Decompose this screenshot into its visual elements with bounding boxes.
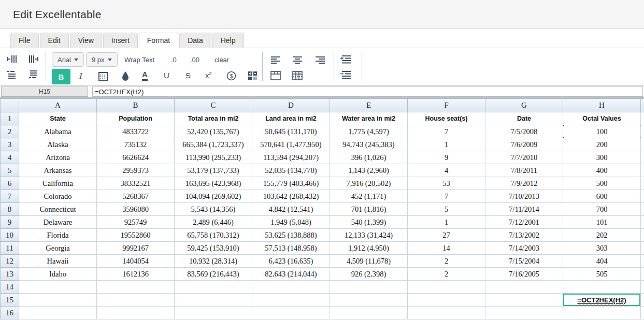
table-borders-icon[interactable] — [292, 71, 303, 80]
cell-A13[interactable]: Idaho — [19, 268, 97, 281]
select-all-corner[interactable] — [1, 99, 19, 112]
clear-format-button[interactable]: clear — [214, 56, 229, 64]
tab-data[interactable]: Data — [179, 33, 211, 49]
cell-F1[interactable]: House seat(s) — [408, 112, 485, 125]
cell-B15[interactable] — [97, 294, 175, 307]
cell-E13[interactable]: 926 (2,398) — [330, 268, 408, 281]
cell-B16[interactable] — [97, 307, 175, 319]
cell-C10[interactable]: 65,758 (170,312) — [175, 229, 252, 242]
cell-G6[interactable]: 7/9/2012 — [485, 177, 563, 190]
cell-C11[interactable]: 59,425 (153,910) — [175, 242, 252, 255]
cell-A11[interactable]: Georgia — [19, 242, 97, 255]
cell-H16[interactable] — [563, 307, 641, 319]
cell-F6[interactable]: 53 — [408, 177, 485, 190]
italic-button[interactable]: I — [79, 71, 82, 81]
cell-C6[interactable]: 163,695 (423,968) — [175, 177, 252, 190]
increase-indent-icon[interactable] — [340, 55, 352, 64]
cell-F7[interactable]: 7 — [408, 190, 485, 203]
row-header-5[interactable]: 5 — [1, 164, 19, 177]
merge-cells-icon[interactable] — [248, 71, 257, 81]
cell-E15[interactable] — [330, 294, 408, 307]
font-size-dropdown[interactable]: 9 px — [86, 52, 118, 67]
cell-E8[interactable]: 701 (1,816) — [330, 203, 408, 216]
column-header-H[interactable]: H — [563, 99, 641, 112]
cell-G8[interactable]: 7/11/2014 — [485, 203, 563, 216]
row-header-10[interactable]: 10 — [1, 229, 19, 242]
cell-A9[interactable]: Delaware — [19, 216, 97, 229]
cell-F4[interactable]: 9 — [408, 151, 485, 164]
cell-partial-6[interactable] — [641, 177, 644, 190]
insert-column-right-icon[interactable] — [28, 54, 39, 64]
cell-C4[interactable]: 113,990 (295,233) — [175, 151, 252, 164]
cell-H7[interactable]: 600 — [563, 190, 641, 203]
cell-partial-13[interactable] — [641, 268, 644, 281]
cell-H10[interactable]: 202 — [563, 229, 641, 242]
cell-H5[interactable]: 400 — [563, 164, 641, 177]
cell-C16[interactable] — [175, 307, 252, 319]
cell-partial-2[interactable] — [641, 125, 644, 138]
cell-A10[interactable]: Florida — [19, 229, 97, 242]
cell-B14[interactable] — [97, 281, 175, 294]
cell-A8[interactable]: Connecticut — [19, 203, 97, 216]
align-left-icon[interactable] — [270, 56, 281, 64]
row-header-1[interactable]: 1 — [1, 112, 19, 125]
cell-B9[interactable]: 925749 — [97, 216, 175, 229]
cell-F16[interactable] — [408, 307, 485, 319]
cell-partial-3[interactable] — [641, 138, 644, 151]
cell-B11[interactable]: 9992167 — [97, 242, 175, 255]
cell-partial-5[interactable] — [641, 164, 644, 177]
currency-format-icon[interactable]: $ — [226, 71, 236, 81]
cell-A5[interactable]: Arkansas — [19, 164, 97, 177]
row-header-3[interactable]: 3 — [1, 138, 19, 151]
cell-B10[interactable]: 19552860 — [97, 229, 175, 242]
cell-partial-4[interactable] — [641, 151, 644, 164]
align-center-icon[interactable] — [292, 56, 303, 64]
cell-F2[interactable]: 7 — [408, 125, 485, 138]
cell-D15[interactable] — [252, 294, 330, 307]
column-header-C[interactable]: C — [175, 99, 252, 112]
cell-F15[interactable] — [408, 294, 485, 307]
cell-G13[interactable]: 7/16/2005 — [485, 268, 563, 281]
row-header-9[interactable]: 9 — [1, 216, 19, 229]
cell-A16[interactable] — [19, 307, 97, 319]
decrease-indent-icon[interactable] — [340, 71, 352, 79]
selection-handle[interactable] — [563, 125, 564, 126]
table-header-icon[interactable] — [270, 71, 281, 80]
insert-row-above-icon[interactable] — [6, 70, 18, 79]
cell-F9[interactable]: 1 — [408, 216, 485, 229]
cell-D3[interactable]: 570,641 (1,477,950) — [252, 138, 330, 151]
cell-H4[interactable]: 300 — [563, 151, 641, 164]
cell-C2[interactable]: 52,420 (135,767) — [175, 125, 252, 138]
column-header-partial[interactable] — [641, 99, 644, 112]
cell-G12[interactable]: 7/15/2004 — [485, 255, 563, 268]
cell-D7[interactable]: 103,642 (268,432) — [252, 190, 330, 203]
cell-partial-16[interactable] — [641, 307, 644, 319]
cell-G11[interactable]: 7/14/2003 — [485, 242, 563, 255]
font-family-dropdown[interactable]: Arial — [52, 52, 84, 67]
cell-H9[interactable]: 101 — [563, 216, 641, 229]
cell-B8[interactable]: 3596080 — [97, 203, 175, 216]
cell-F8[interactable]: 5 — [408, 203, 485, 216]
cell-E6[interactable]: 7,916 (20,502) — [330, 177, 408, 190]
cell-E5[interactable]: 1,143 (2,960) — [330, 164, 408, 177]
cell-D12[interactable]: 6,423 (16,635) — [252, 255, 330, 268]
row-header-6[interactable]: 6 — [1, 177, 19, 190]
cell-E10[interactable]: 12,133 (31,424) — [330, 229, 408, 242]
cell-D1[interactable]: Land area in mi2 — [252, 112, 330, 125]
cell-A4[interactable]: Arizona — [19, 151, 97, 164]
row-header-13[interactable]: 13 — [1, 268, 19, 281]
cell-B6[interactable]: 38332521 — [97, 177, 175, 190]
cell-F12[interactable]: 2 — [408, 255, 485, 268]
cell-D14[interactable] — [252, 281, 330, 294]
cell-partial-12[interactable] — [641, 255, 644, 268]
row-header-11[interactable]: 11 — [1, 242, 19, 255]
cell-A3[interactable]: Alaska — [19, 138, 97, 151]
cell-H12[interactable]: 404 — [563, 255, 641, 268]
cell-G1[interactable]: Date — [485, 112, 563, 125]
underline-button[interactable]: U — [164, 71, 169, 80]
cell-D6[interactable]: 155,779 (403,466) — [252, 177, 330, 190]
tab-format[interactable]: Format — [139, 33, 178, 49]
cell-H15[interactable]: =OCT2HEX(H2) — [563, 294, 641, 307]
cell-D2[interactable]: 50,645 (131,170) — [252, 125, 330, 138]
cell-C13[interactable]: 83,569 (216,443) — [175, 268, 252, 281]
